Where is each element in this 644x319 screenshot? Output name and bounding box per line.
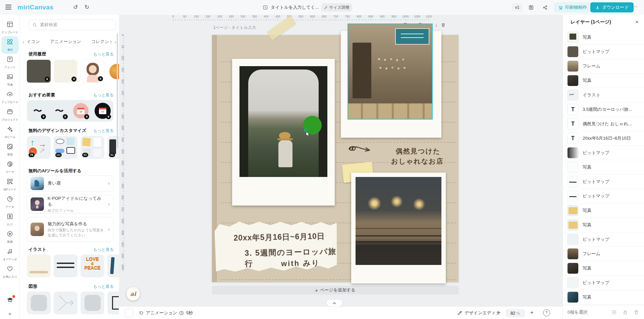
sidebar-item-logo[interactable]: ロゴ <box>1 211 18 228</box>
sidebar-item-favorites[interactable]: お気に入り <box>1 263 18 281</box>
recommended-squiggle-element-2[interactable]: 〜♛ <box>50 101 69 120</box>
sidebar-item-font[interactable]: フォント <box>1 54 18 71</box>
sidebar-item-audio[interactable]: オーディオ <box>1 246 18 263</box>
layer-row[interactable]: 写真 <box>563 160 644 175</box>
close-icon[interactable]: × <box>635 19 639 26</box>
collapse-bottom-panel-button[interactable] <box>326 300 342 306</box>
layer-row[interactable]: ビットマップ <box>563 175 644 189</box>
recommended-squiggle-element[interactable]: 〜♛ <box>28 101 47 120</box>
history-item-girl-illustration[interactable]: ♛ <box>80 60 104 83</box>
layer-row[interactable]: T 20xx年5月16日~6月10日 <box>563 131 644 146</box>
history-item-cream-square[interactable]: ♛ <box>54 60 77 83</box>
version-badge[interactable]: v1 <box>512 3 523 12</box>
trip-with-text[interactable]: with みり <box>281 258 320 269</box>
sidebar-item-project[interactable]: プロジェクト <box>1 106 18 124</box>
layer-row[interactable]: フレーム <box>563 247 644 261</box>
illustration-love-peace-tile[interactable]: LOVE&PEACE <box>80 255 104 277</box>
shape-arrow-lines-tile[interactable] <box>54 291 77 314</box>
layer-row[interactable]: イラスト <box>563 88 644 102</box>
handwritten-note-line2[interactable]: おしゃれなお店 <box>391 157 444 166</box>
squiggle-arrow-illustration[interactable] <box>347 145 380 154</box>
layer-row[interactable]: ビットマップ <box>563 276 644 290</box>
more-options-button[interactable]: ⋯ <box>632 3 637 10</box>
history-more-link[interactable]: もっと見る <box>93 51 114 57</box>
size-adjust-button[interactable]: サイズ調整 <box>321 3 352 12</box>
collapse-sidebar-button[interactable]: « <box>0 311 20 316</box>
help-button[interactable]: ? <box>543 309 550 316</box>
layer-row[interactable]: T 3.5週間のヨーロッパ旅... <box>563 102 644 117</box>
lock-button[interactable] <box>621 308 630 317</box>
recommended-calendar-black[interactable]: 10♛ <box>93 101 112 120</box>
layer-row[interactable]: ビットマップ <box>563 45 644 59</box>
layer-row[interactable]: 写真 <box>563 74 644 88</box>
tabs-scroll-left-icon[interactable]: ‹ <box>20 39 27 45</box>
hamburger-menu-icon[interactable] <box>5 5 11 9</box>
cafe-photo[interactable] <box>356 177 441 265</box>
tab-animation[interactable]: アニメーション <box>50 39 81 45</box>
page-label[interactable]: 1ページ - タイトル入力 <box>213 25 256 31</box>
tab-icons[interactable]: アイコン <box>27 39 40 45</box>
illustration-lines-tile[interactable] <box>54 255 77 277</box>
layer-row[interactable]: ビットマップ <box>563 232 644 247</box>
custom-stickies-tile[interactable]: 82 <box>80 136 104 159</box>
ai-card-photo[interactable]: 魅力的な写真を作る 自分で撮影したかのような写真を生成してみてください › <box>27 217 113 242</box>
save-icon[interactable] <box>527 3 535 12</box>
layer-row[interactable]: 写真 <box>563 218 644 232</box>
custom-arrows-tile[interactable]: ↑→ ←↗ 76 <box>27 136 51 159</box>
ai-card-kpop[interactable]: K-POPアイドルになってみる AIプロフィール › <box>27 195 113 214</box>
field-polaroid-frame[interactable] <box>232 59 335 206</box>
zoom-out-button[interactable]: − <box>497 310 500 316</box>
zoom-in-button[interactable]: + <box>530 310 533 316</box>
sidebar-item-upload[interactable]: アップロード <box>1 89 18 106</box>
tab-collection[interactable]: コレクション <box>91 39 112 45</box>
shape-octagon-tile[interactable] <box>27 291 51 314</box>
panel-scrollbar[interactable] <box>117 34 118 148</box>
recommended-calendar-pink[interactable]: 10♛ <box>71 101 90 120</box>
recommended-more-link[interactable]: もっと見る <box>93 92 114 98</box>
trip-dates-text[interactable]: 20xx年5月16日~6月10日 <box>233 231 325 243</box>
ai-assistant-button[interactable]: ai <box>126 287 140 301</box>
shapes-more-link[interactable]: もっと見る <box>93 284 114 289</box>
sidebar-item-background[interactable]: 背景 <box>1 141 18 158</box>
sidebar-item-data[interactable]: データ <box>1 193 18 211</box>
document-title[interactable]: タイトルを入力してく... <box>271 4 319 10</box>
torn-paper-note[interactable]: 20xx年5月16日~6月10日 3. 5週間のヨーロッパ旅行 with みり <box>213 218 338 274</box>
move-page-down-icon[interactable]: ↓ <box>435 22 437 28</box>
delete-page-icon[interactable] <box>441 22 446 28</box>
add-page-button[interactable]: + ページを追加する <box>212 286 459 294</box>
handwritten-note-line1[interactable]: 偶然見つけた <box>396 147 440 156</box>
duration-button[interactable]: 5秒 <box>179 307 193 319</box>
ai-card-blue-deer[interactable]: 青い鹿 › <box>27 175 113 191</box>
sidebar-item-template[interactable]: テンプレート <box>1 19 18 36</box>
custom-more-link[interactable]: もっと見る <box>93 128 114 134</box>
shop-photo-selected[interactable] <box>347 24 433 120</box>
undo-button[interactable]: ↺ <box>71 3 79 11</box>
download-button[interactable]: ダウンロード <box>590 2 634 12</box>
sidebar-item-elements[interactable]: 素材 <box>1 36 18 54</box>
history-item-dark-square[interactable]: ♛ <box>27 60 51 83</box>
sidebar-item-ai-tools[interactable]: AIツール <box>1 124 18 141</box>
layer-row[interactable]: ビットマップ <box>563 146 644 160</box>
animation-button[interactable]: アニメーション <box>139 307 177 319</box>
redo-button[interactable]: ↻ <box>83 3 91 11</box>
illustration-paper-tile[interactable] <box>27 255 51 277</box>
shape-octagon-tile-2[interactable] <box>80 291 104 314</box>
select-all-button[interactable] <box>610 308 619 317</box>
layer-row[interactable]: 写真 <box>563 30 644 45</box>
custom-bubbles-tile[interactable]: 111 <box>54 136 77 159</box>
search-input[interactable]: 素材検索 <box>29 19 116 30</box>
sidebar-item-qr[interactable]: QRコード <box>1 176 18 193</box>
shape-bracket-tile[interactable] <box>107 291 119 314</box>
layer-row[interactable]: ビットマップ <box>563 189 644 203</box>
delete-button[interactable] <box>632 308 641 317</box>
tutorial-button[interactable] <box>6 296 14 305</box>
page-thumbnail-placeholder[interactable] <box>124 309 133 317</box>
share-icon[interactable] <box>541 3 549 12</box>
design-editor-button[interactable]: デザインエディタ <box>457 307 500 319</box>
layer-row[interactable]: 写真 <box>563 290 644 305</box>
layer-row[interactable]: 写真 <box>563 203 644 218</box>
canvas-area[interactable]: 0501001502002503003504004505005506006507… <box>119 15 562 306</box>
illustration-clipped-tile[interactable] <box>107 255 119 277</box>
layer-row[interactable]: 写真 <box>563 261 644 276</box>
zoom-level-input[interactable]: 82% <box>505 309 525 317</box>
